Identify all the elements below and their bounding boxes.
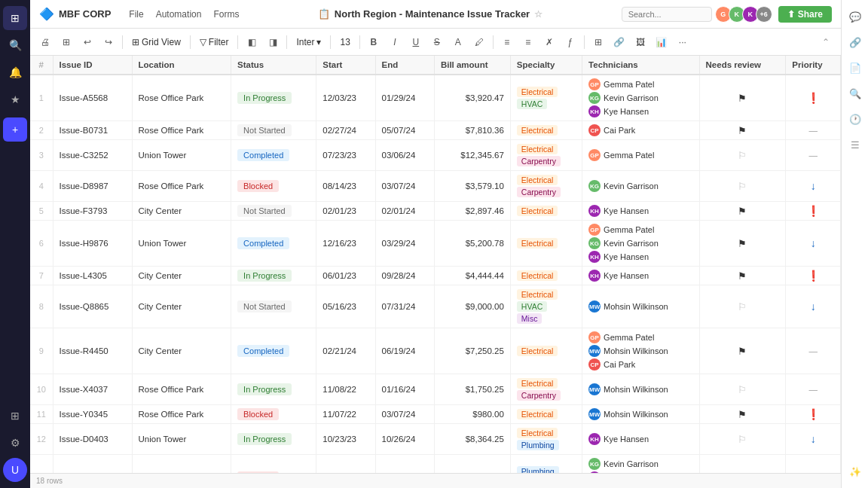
- font-family-btn[interactable]: Inter ▾: [292, 35, 326, 49]
- cell-priority[interactable]: ❗: [786, 405, 841, 424]
- table-row[interactable]: 9Issue-R4450City CenterCompleted02/21/24…: [30, 328, 841, 374]
- cell-needs-review[interactable]: ⚐: [699, 455, 786, 474]
- col-technicians[interactable]: Technicians: [582, 56, 699, 75]
- cell-needs-review[interactable]: ⚑: [699, 121, 786, 140]
- nav-file[interactable]: File: [129, 9, 143, 20]
- cell-status[interactable]: Not Started: [231, 285, 316, 328]
- cell-needs-review[interactable]: ⚐: [699, 171, 786, 202]
- cell-priority[interactable]: ❗: [786, 75, 841, 121]
- cell-issue-id[interactable]: Issue-B0731: [53, 121, 132, 140]
- right-search-icon[interactable]: 🔍: [845, 83, 866, 104]
- share-button[interactable]: ⬆ Share: [778, 6, 832, 23]
- color-btn[interactable]: A: [449, 33, 467, 51]
- cell-priority[interactable]: ↓: [786, 221, 841, 267]
- col-end[interactable]: End: [375, 56, 434, 75]
- cell-priority[interactable]: ↓: [786, 424, 841, 455]
- font-size-btn[interactable]: 13: [335, 35, 354, 49]
- align-left-btn[interactable]: ◧: [243, 33, 261, 51]
- cell-issue-id[interactable]: Issue-D0403: [53, 424, 132, 455]
- col-location[interactable]: Location: [132, 56, 231, 75]
- cell-status[interactable]: In Progress: [231, 75, 316, 121]
- cell-priority[interactable]: —: [786, 328, 841, 374]
- cell-priority[interactable]: —: [786, 121, 841, 140]
- cell-needs-review[interactable]: ⚑: [699, 267, 786, 285]
- table-row[interactable]: 1Issue-A5568Rose Office ParkIn Progress1…: [30, 75, 841, 121]
- italic-btn[interactable]: I: [386, 33, 404, 51]
- cell-needs-review[interactable]: ⚐: [699, 140, 786, 171]
- table-row[interactable]: 3Issue-C3252Union TowerCompleted07/23/23…: [30, 140, 841, 171]
- cell-status[interactable]: Completed: [231, 221, 316, 267]
- image-btn[interactable]: 🖼: [631, 33, 649, 51]
- cell-issue-id[interactable]: Issue-F3793: [53, 202, 132, 221]
- sidebar-bell-icon[interactable]: 🔔: [3, 60, 27, 84]
- cell-status[interactable]: Blocked: [231, 171, 316, 202]
- cell-needs-review[interactable]: ⚑: [699, 75, 786, 121]
- cell-status[interactable]: Completed: [231, 140, 316, 171]
- cell-issue-id[interactable]: Issue-A5568: [53, 75, 132, 121]
- cell-needs-review[interactable]: ⚑: [699, 328, 786, 374]
- col-start[interactable]: Start: [316, 56, 375, 75]
- table-row[interactable]: 4Issue-D8987Rose Office ParkBlocked08/14…: [30, 171, 841, 202]
- cell-priority[interactable]: —: [786, 374, 841, 405]
- table-row[interactable]: 11Issue-Y0345Rose Office ParkBlocked11/0…: [30, 405, 841, 424]
- sidebar-user-icon[interactable]: U: [3, 458, 27, 482]
- bold-btn[interactable]: B: [365, 33, 383, 51]
- cell-status[interactable]: Completed: [231, 328, 316, 374]
- table-row[interactable]: 2Issue-B0731Rose Office ParkNot Started0…: [30, 121, 841, 140]
- cell-issue-id[interactable]: Issue-C3252: [53, 140, 132, 171]
- grid-view-btn[interactable]: ⊞ Grid View: [127, 35, 185, 49]
- nav-forms[interactable]: Forms: [213, 9, 239, 20]
- link-btn[interactable]: 🔗: [610, 33, 628, 51]
- sidebar-bookmark-icon[interactable]: ★: [3, 87, 27, 111]
- cell-issue-id[interactable]: Issue-X4037: [53, 374, 132, 405]
- cell-priority[interactable]: —: [786, 140, 841, 171]
- cell-status[interactable]: Not Started: [231, 202, 316, 221]
- toolbar-bold-btn[interactable]: ⊞: [57, 33, 75, 51]
- cell-status[interactable]: In Progress: [231, 424, 316, 455]
- col-priority[interactable]: Priority: [786, 56, 841, 75]
- align-text2-btn[interactable]: ≡: [519, 33, 537, 51]
- sidebar-add-icon[interactable]: +: [3, 117, 27, 142]
- toolbar-print-btn[interactable]: 🖨: [36, 33, 54, 51]
- table-row[interactable]: 6Issue-H9876Union TowerCompleted12/16/23…: [30, 221, 841, 267]
- cell-issue-id[interactable]: Issue-L4305: [53, 267, 132, 285]
- table-container[interactable]: # Issue ID Location Status Start End Bil…: [30, 56, 841, 473]
- table-row[interactable]: 13Issue-D4949Meridian CourtBlocked09/28/…: [30, 455, 841, 474]
- sidebar-search-icon[interactable]: 🔍: [3, 33, 27, 57]
- strikethrough-btn[interactable]: S: [428, 33, 446, 51]
- sidebar-settings-icon[interactable]: ⚙: [3, 431, 27, 455]
- col-review[interactable]: Needs review: [699, 56, 786, 75]
- clear-btn[interactable]: ✗: [540, 33, 558, 51]
- cell-issue-id[interactable]: Issue-Q8865: [53, 285, 132, 328]
- table-row[interactable]: 8Issue-Q8865City CenterNot Started05/16/…: [30, 285, 841, 328]
- cell-priority[interactable]: ↓: [786, 171, 841, 202]
- cell-needs-review[interactable]: ⚐: [699, 285, 786, 328]
- highlight-btn[interactable]: 🖊: [470, 33, 488, 51]
- cell-priority[interactable]: ❗: [786, 202, 841, 221]
- cell-priority[interactable]: ↓: [786, 285, 841, 328]
- cell-status[interactable]: Blocked: [231, 405, 316, 424]
- cell-needs-review[interactable]: ⚑: [699, 405, 786, 424]
- align-text-btn[interactable]: ≡: [498, 33, 516, 51]
- table-row[interactable]: 7Issue-L4305City CenterIn Progress06/01/…: [30, 267, 841, 285]
- cell-needs-review[interactable]: ⚐: [699, 374, 786, 405]
- cell-needs-review[interactable]: ⚑: [699, 202, 786, 221]
- cell-issue-id[interactable]: Issue-D8987: [53, 171, 132, 202]
- chart-btn[interactable]: 📊: [653, 33, 671, 51]
- cell-priority[interactable]: ❗: [786, 267, 841, 285]
- col-specialty[interactable]: Specialty: [510, 56, 582, 75]
- table-btn[interactable]: ⊞: [589, 33, 607, 51]
- right-grid-icon[interactable]: ☰: [845, 134, 866, 155]
- filter-btn[interactable]: ▽ Filter: [195, 35, 234, 49]
- sidebar-home-icon[interactable]: ⊞: [3, 6, 27, 30]
- col-status[interactable]: Status: [231, 56, 316, 75]
- cell-issue-id[interactable]: Issue-Y0345: [53, 405, 132, 424]
- star-icon[interactable]: ☆: [534, 9, 542, 20]
- table-row[interactable]: 12Issue-D0403Union TowerIn Progress10/23…: [30, 424, 841, 455]
- more-btn[interactable]: ···: [674, 33, 692, 51]
- cell-needs-review[interactable]: ⚑: [699, 221, 786, 267]
- cell-issue-id[interactable]: Issue-D4949: [53, 455, 132, 474]
- sidebar-grid-icon[interactable]: ⊞: [3, 404, 27, 428]
- toolbar-undo-btn[interactable]: ↩: [78, 33, 96, 51]
- right-magic-icon[interactable]: ✨: [845, 461, 866, 482]
